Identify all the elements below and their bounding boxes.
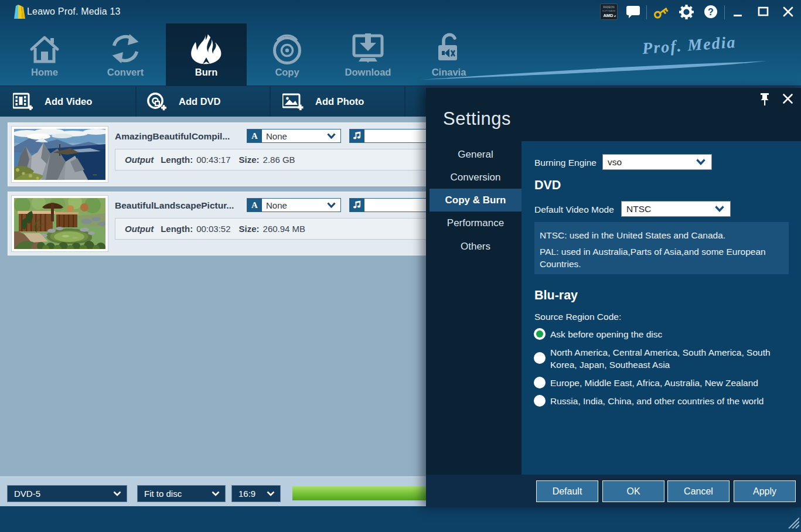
media-thumbnail-mountain: ~~ — [11, 126, 108, 183]
nav-tab-home[interactable]: Home — [4, 23, 85, 86]
length-label: Length: — [161, 155, 193, 165]
ok-button[interactable]: OK — [602, 480, 664, 502]
toolbar-separator-2 — [270, 87, 271, 117]
nav-tab-label: Home — [4, 67, 85, 78]
disc-type-select[interactable]: DVD-5 — [7, 485, 127, 502]
minimize-button[interactable] — [732, 7, 743, 18]
svg-text:~~: ~~ — [93, 173, 97, 176]
app-title: Leawo Prof. Media 13 — [27, 6, 121, 17]
cancel-button[interactable]: Cancel — [667, 480, 730, 502]
home-icon — [4, 32, 85, 65]
settings-gear-icon[interactable] — [679, 5, 694, 19]
radio-icon[interactable] — [534, 395, 546, 407]
video-mode-info-pal: PAL: used in Australia,Parts of Asia,and… — [540, 245, 776, 270]
add-photo-button[interactable]: Add Photo — [282, 86, 364, 117]
chevron-down-icon — [696, 159, 705, 165]
settings-tab-copy-burn[interactable]: Copy & Burn — [430, 189, 521, 212]
settings-tab-label: General — [458, 149, 493, 161]
add-dvd-icon — [147, 93, 167, 111]
nav-tab-label: Burn — [166, 67, 247, 78]
disc-type-value: DVD-5 — [8, 489, 113, 499]
media-item-1[interactable]: ~~ AmazingBeautifulCompil... A None — [8, 122, 426, 186]
chevron-down-icon — [715, 206, 724, 212]
disc-capacity-progress-bar — [292, 486, 427, 500]
radio-icon[interactable] — [534, 352, 546, 364]
svg-text:AMD: AMD — [603, 13, 613, 18]
nav-tab-burn[interactable]: Burn — [166, 23, 247, 86]
burning-engine-select[interactable]: vso — [602, 154, 712, 170]
video-mode-info-box: NTSC: used in the United States and Cana… — [534, 222, 789, 274]
settings-tab-others[interactable]: Others — [430, 235, 521, 258]
add-dvd-label: Add DVD — [179, 96, 221, 107]
svg-text:A: A — [251, 131, 258, 141]
amd-radeon-badge[interactable]: RADEON SOFTWARE AMD — [600, 4, 618, 20]
size-value: 260.94 MB — [263, 224, 306, 234]
fit-mode-select[interactable]: Fit to disc — [137, 485, 226, 502]
subtitle-select-1[interactable]: A None — [247, 129, 341, 143]
nav-tab-convert[interactable]: Convert — [85, 23, 166, 86]
window-bottom-strip — [0, 506, 801, 532]
nav-tab-download[interactable]: Download — [328, 23, 408, 86]
svg-text:?: ? — [708, 7, 714, 17]
settings-tab-conversion[interactable]: Conversion — [430, 166, 521, 189]
audio-note-icon — [350, 199, 364, 212]
chevron-down-icon — [327, 200, 336, 210]
titlebar-separator-2 — [724, 5, 725, 19]
close-panel-icon[interactable] — [782, 93, 794, 107]
settings-tab-label: Performance — [447, 217, 504, 229]
region-code-label: Source Region Code: — [534, 312, 621, 322]
radio-selected-icon[interactable] — [534, 328, 546, 340]
audio-select-1[interactable] — [349, 129, 426, 143]
settings-tab-label: Conversion — [451, 172, 501, 183]
settings-tab-performance[interactable]: Performance — [430, 212, 521, 234]
copy-disc-icon — [247, 32, 328, 65]
size-value: 2.86 GB — [263, 155, 295, 165]
subtitle-select-2[interactable]: A None — [247, 198, 341, 212]
subtitle-select-value: None — [262, 131, 327, 141]
audio-select-2[interactable] — [349, 198, 426, 212]
default-button[interactable]: Default — [536, 480, 598, 502]
aspect-ratio-value: 16:9 — [232, 489, 267, 499]
media-item-2[interactable]: BeautifulLandscapePictur... A None — [8, 192, 426, 255]
maximize-button[interactable] — [758, 6, 769, 17]
close-button[interactable] — [782, 6, 794, 18]
output-info-2: Output Length: 00:03:52 Size: 260.94 MB — [115, 218, 426, 240]
bluray-section-heading: Blu-ray — [534, 288, 578, 303]
nav-tab-label: Download — [328, 67, 408, 78]
burning-engine-label: Burning Engine — [534, 158, 597, 168]
region-option-label: North America, Central America, South Am… — [550, 346, 786, 371]
resize-grip[interactable] — [786, 516, 799, 531]
feedback-chat-icon[interactable] — [626, 6, 640, 18]
brand-swoosh-flourish — [417, 56, 769, 83]
audio-note-icon — [350, 129, 364, 142]
region-option-label: Russia, India, China, and other countrie… — [550, 395, 786, 407]
help-icon[interactable]: ? — [704, 5, 718, 19]
add-photo-icon — [282, 93, 304, 111]
region-option-label: Ask before opening the disc — [550, 328, 786, 340]
svg-text:RADEON: RADEON — [603, 6, 614, 9]
radio-icon[interactable] — [534, 377, 546, 388]
fit-mode-value: Fit to disc — [138, 489, 212, 499]
settings-tab-general[interactable]: General — [430, 143, 521, 166]
add-dvd-button[interactable]: Add DVD — [147, 86, 221, 117]
titlebar: Leawo Prof. Media 13 RADEON SOFTWARE AMD — [0, 0, 801, 23]
pin-panel-icon[interactable] — [758, 93, 771, 109]
burning-engine-value: vso — [603, 157, 696, 168]
size-label: Size: — [239, 224, 260, 234]
add-video-label: Add Video — [45, 96, 92, 107]
nav-tab-copy[interactable]: Copy — [247, 23, 328, 86]
settings-panel: Settings General Conversion Copy & Burn … — [426, 88, 801, 507]
video-mode-select[interactable]: NTSC — [621, 201, 731, 217]
aspect-ratio-select[interactable]: 16:9 — [231, 485, 281, 502]
download-icon — [328, 32, 408, 65]
nav-tab-label: Copy — [247, 67, 328, 78]
subtitle-a-icon: A — [247, 199, 262, 212]
output-label: Output — [125, 224, 154, 234]
register-key-icon[interactable] — [653, 5, 669, 20]
media-title: AmazingBeautifulCompil... — [115, 131, 230, 142]
video-mode-info-ntsc: NTSC: used in the United States and Cana… — [540, 229, 789, 241]
apply-button[interactable]: Apply — [734, 480, 796, 502]
add-video-button[interactable]: Add Video — [13, 86, 92, 117]
convert-icon — [85, 32, 166, 65]
dvd-section-heading: DVD — [534, 178, 561, 193]
